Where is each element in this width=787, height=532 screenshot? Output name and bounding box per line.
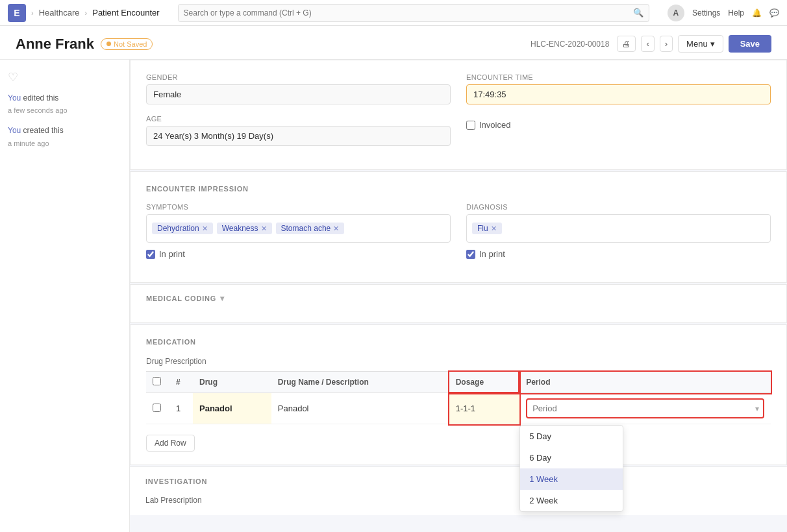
log-action-1: edited this: [23, 93, 59, 103]
period-input-wrap[interactable]: ▾: [526, 398, 764, 418]
col-drug: Drug: [193, 372, 271, 393]
drug-table: # Drug Drug Name / Description Dosage Pe…: [146, 371, 771, 424]
breadcrumb-healthcare[interactable]: Healthcare: [39, 8, 80, 18]
investigation-section: INVESTIGATION Lab Prescription: [130, 466, 787, 515]
age-group: Age 24 Year(s) 3 Month(s) 19 Day(s): [146, 115, 451, 146]
log-entry-2: You created this a minute ago: [8, 125, 121, 149]
search-bar[interactable]: 🔍: [178, 4, 649, 22]
period-option-2week[interactable]: 2 Week: [520, 490, 623, 511]
col-dosage: Dosage: [449, 372, 519, 393]
period-option-5day[interactable]: 5 Day: [520, 426, 623, 447]
drug-table-body: 1 Panadol Panadol 1-1-1 ▾ 5 Day: [146, 393, 771, 424]
period-option-6day[interactable]: 6 Day: [520, 447, 623, 468]
top-nav: E › Healthcare › Patient Encounter 🔍 A S…: [0, 0, 787, 26]
drug-table-header-row: # Drug Drug Name / Description Dosage Pe…: [146, 372, 771, 393]
medical-coding-toggle-icon[interactable]: ▾: [220, 294, 225, 303]
breadcrumb-patient-encounter[interactable]: Patient Encounter: [92, 8, 159, 18]
symptoms-in-print-label: In print: [159, 249, 185, 259]
medication-label: MEDICATION: [146, 338, 196, 346]
row-period-1[interactable]: ▾ 5 Day 6 Day 1 Week 2 Week: [519, 393, 771, 424]
diagnosis-in-print-checkbox[interactable]: [466, 250, 475, 259]
breadcrumb-chevron-2: ›: [85, 9, 88, 17]
encounter-impression-heading: ENCOUNTER IMPRESSION: [146, 185, 771, 193]
medical-coding-heading: MEDICAL CODING ▾: [146, 294, 771, 303]
menu-button[interactable]: Menu ▾: [678, 35, 723, 53]
period-input[interactable]: [527, 400, 751, 417]
page-title-area: Anne Frank Not Saved: [16, 36, 153, 53]
help-button[interactable]: Help: [728, 8, 744, 18]
select-all-checkbox[interactable]: [153, 377, 161, 385]
main-layout: ♡ You edited this a few seconds ago You …: [0, 60, 787, 532]
investigation-heading: INVESTIGATION: [145, 478, 771, 485]
diagnosis-tag-close-flu[interactable]: ✕: [491, 224, 497, 233]
notifications-icon[interactable]: 🔔: [752, 8, 762, 18]
symptom-tag-close-dehydration[interactable]: ✕: [202, 224, 208, 233]
page-header: Anne Frank Not Saved HLC-ENC-2020-00018 …: [0, 26, 787, 60]
invoiced-label: Invoiced: [479, 120, 510, 130]
period-option-1week[interactable]: 1 Week: [520, 468, 623, 490]
encounter-time-input[interactable]: [466, 84, 771, 104]
status-text: Not Saved: [114, 40, 147, 48]
status-badge: Not Saved: [101, 38, 153, 50]
prev-button[interactable]: ‹: [641, 36, 654, 52]
diagnosis-input[interactable]: Flu ✕: [466, 214, 771, 243]
row-dosage-1: 1-1-1: [449, 393, 519, 424]
log-time-1: a few seconds ago: [8, 106, 68, 114]
investigation-label: INVESTIGATION: [145, 478, 207, 485]
col-drug-description: Drug Name / Description: [271, 372, 449, 393]
status-dot: [106, 42, 111, 46]
diagnosis-tag-flu: Flu ✕: [472, 223, 502, 234]
gender-label: Gender: [146, 73, 451, 81]
symptoms-diagnosis-row: Symptoms Dehydration ✕ Weakness ✕ Stomac…: [146, 203, 771, 259]
symptom-tag-dehydration: Dehydration ✕: [152, 223, 213, 234]
encounter-time-label: Encounter Time: [466, 73, 771, 81]
col-num: #: [169, 372, 193, 393]
diagnosis-label: Diagnosis: [466, 203, 771, 211]
medical-coding-section: MEDICAL CODING ▾: [130, 284, 787, 323]
add-row-button[interactable]: Add Row: [146, 435, 195, 452]
symptom-tag-close-stomach-ache[interactable]: ✕: [333, 224, 339, 233]
settings-button[interactable]: Settings: [692, 8, 720, 18]
drug-row-1: 1 Panadol Panadol 1-1-1 ▾ 5 Day: [146, 393, 771, 424]
avatar: A: [668, 5, 684, 21]
search-input[interactable]: [184, 8, 633, 18]
print-button[interactable]: 🖨: [617, 36, 636, 52]
log-action-2: created this: [23, 126, 64, 135]
encounter-impression-section: ENCOUNTER IMPRESSION Symptoms Dehydratio…: [130, 171, 787, 283]
symptom-tag-weakness: Weakness ✕: [217, 223, 272, 234]
invoiced-checkbox[interactable]: [466, 121, 475, 130]
menu-label: Menu: [686, 39, 708, 49]
row-checkbox-1[interactable]: [153, 404, 161, 412]
diagnosis-tag-label-flu: Flu: [477, 224, 488, 233]
medication-heading: MEDICATION: [146, 338, 771, 346]
medical-coding-label: MEDICAL CODING: [146, 295, 216, 302]
diagnosis-group: Diagnosis Flu ✕ In print: [466, 203, 771, 259]
log-entry-1: You edited this a few seconds ago: [8, 92, 121, 117]
record-id: HLC-ENC-2020-00018: [531, 40, 609, 49]
diagnosis-in-print-row: In print: [466, 249, 771, 259]
period-dropdown: 5 Day 6 Day 1 Week 2 Week: [519, 425, 623, 512]
nav-right-actions: A Settings Help 🔔 💬: [668, 5, 779, 21]
symptoms-input[interactable]: Dehydration ✕ Weakness ✕ Stomach ache ✕: [146, 214, 451, 243]
log-actor-1: You: [8, 93, 21, 103]
encounter-impression-label: ENCOUNTER IMPRESSION: [146, 185, 249, 193]
symptom-tag-label-dehydration: Dehydration: [157, 224, 199, 233]
page-actions: HLC-ENC-2020-00018 🖨 ‹ › Menu ▾ Save: [531, 35, 771, 53]
period-dropdown-arrow[interactable]: ▾: [751, 404, 763, 413]
chat-icon[interactable]: 💬: [769, 8, 779, 18]
sidebar: ♡ You edited this a few seconds ago You …: [0, 60, 130, 532]
menu-chevron-icon: ▾: [710, 39, 715, 49]
diagnosis-in-print-label: In print: [479, 249, 505, 259]
symptom-tag-label-stomach-ache: Stomach ache: [281, 224, 331, 233]
symptoms-in-print-checkbox[interactable]: [146, 250, 155, 259]
col-period: Period: [519, 372, 771, 393]
invoiced-checkbox-row: Invoiced: [466, 120, 771, 130]
age-value: 24 Year(s) 3 Month(s) 19 Day(s): [146, 126, 451, 146]
gender-group: Gender Female: [146, 73, 451, 104]
gender-time-row: Gender Female Encounter Time: [146, 73, 771, 104]
next-button[interactable]: ›: [660, 36, 673, 52]
drug-table-head: # Drug Drug Name / Description Dosage Pe…: [146, 372, 771, 393]
age-invoiced-row: Age 24 Year(s) 3 Month(s) 19 Day(s) Invo…: [146, 115, 771, 146]
save-button[interactable]: Save: [729, 35, 771, 53]
symptom-tag-close-weakness[interactable]: ✕: [261, 224, 267, 233]
